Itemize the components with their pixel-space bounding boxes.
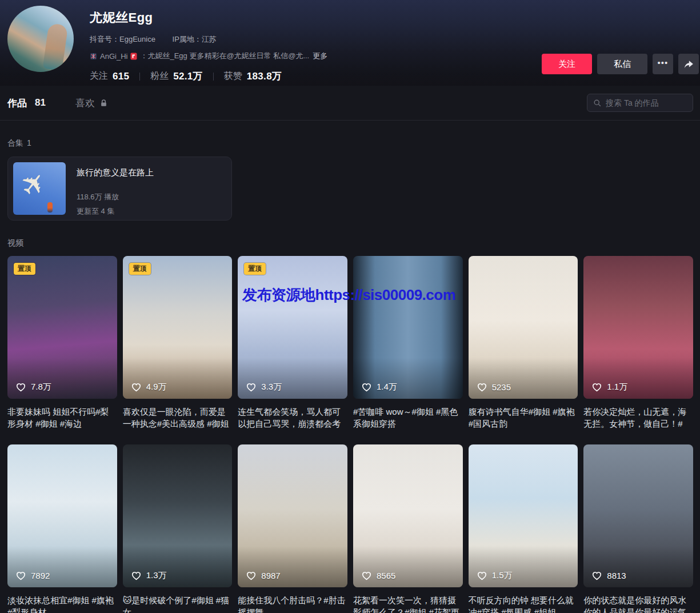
video-thumbnail[interactable]: 1.3万: [123, 444, 233, 587]
videos-section-label: 视频: [7, 238, 693, 249]
video-caption: 腹有诗书气自华#御姐 #旗袍 #国风古韵: [469, 406, 578, 430]
video-card[interactable]: 1.3万 🐱是时候破个例了#御姐 #猫女: [123, 444, 233, 613]
heart-icon: [15, 570, 26, 581]
heart-icon: [591, 382, 602, 392]
like-count-text: 7892: [31, 571, 50, 580]
video-card[interactable]: 1.5万 不听反方向的钟 想要什么就冲#穿搭 #氛围感 #姐姐: [469, 444, 578, 613]
like-count-text: 1.1万: [607, 382, 627, 392]
video-thumbnail[interactable]: 置顶 7.8万: [7, 256, 117, 399]
heart-icon: [15, 382, 26, 392]
like-count-text: 7.8万: [31, 382, 51, 392]
collection-section-label: 合集1: [7, 138, 693, 149]
tab-works-count: 81: [35, 97, 46, 109]
tab-likes-label: 喜欢: [75, 97, 95, 110]
bio-line: AnGi_Hi ：尤妮丝_Egg 更多精彩在@尤妮丝日常 私信@尤... 更多: [90, 51, 327, 61]
video-card[interactable]: 置顶 3.3万 连生气都会笑场，骂人都可以把自己骂哭，崩溃都会考虑...: [238, 256, 347, 430]
stat-followers-value: 52.1万: [173, 70, 203, 83]
stats-row: 关注 615 粉丝 52.1万 获赞 183.8万: [90, 70, 327, 83]
video-thumbnail[interactable]: 1.1万: [583, 256, 693, 399]
stat-divider: [139, 73, 140, 81]
video-card[interactable]: 8987 能接住我八个肘击吗？#肘击摇摆舞: [238, 444, 347, 613]
video-caption: 非要妹妹吗 姐姐不行吗#梨形身材 #御姐 #海边: [7, 406, 117, 430]
heart-icon: [246, 570, 257, 581]
video-thumbnail[interactable]: 8565: [353, 444, 463, 587]
video-card[interactable]: 置顶 7.8万 非要妹妹吗 姐姐不行吗#梨形身材 #御姐 #海边: [7, 256, 117, 430]
more-icon: •••: [658, 58, 669, 67]
video-thumbnail[interactable]: 7892: [7, 444, 117, 587]
video-card[interactable]: 8813 你的状态就是你最好的风水 你的人品就是你最好的运气#...: [583, 444, 693, 613]
video-thumbnail[interactable]: 1.5万: [469, 444, 578, 587]
heart-icon: [131, 570, 142, 581]
profile-meta: 抖音号：EggEunice IP属地：江苏: [90, 34, 327, 45]
follow-button[interactable]: 关注: [542, 54, 592, 74]
video-caption: 喜欢仅是一眼沦陷，而爱是一种执念#美出高级感 #御姐 #...: [123, 406, 233, 430]
tab-works[interactable]: 作品 81: [7, 97, 46, 110]
video-caption: #苦咖啡 wow～#御姐 #黑色系御姐穿搭: [353, 406, 463, 430]
video-card[interactable]: 5235 腹有诗书气自华#御姐 #旗袍 #国风古韵: [469, 256, 578, 430]
heart-icon: [361, 382, 372, 392]
like-count: 4.9万: [131, 382, 167, 392]
douyin-id: 抖音号：EggEunice: [90, 35, 155, 43]
search-box[interactable]: [587, 94, 693, 112]
avatar[interactable]: [7, 6, 74, 72]
video-card[interactable]: 1.1万 若你决定灿烂，山无遮，海无拦。女神节，做自己！#感...: [583, 256, 693, 430]
heart-icon: [131, 382, 142, 392]
content-tabs: 作品 81 喜欢: [0, 86, 700, 121]
like-count-text: 4.9万: [146, 382, 167, 392]
like-count-text: 8987: [261, 571, 280, 580]
bio-text: ：尤妮丝_Egg 更多精彩在@尤妮丝日常 私信@尤...: [140, 51, 309, 61]
video-thumbnail[interactable]: 8987: [238, 444, 347, 587]
like-count-text: 5235: [492, 382, 511, 392]
bio-more-link[interactable]: 更多: [313, 51, 327, 61]
share-button[interactable]: [678, 54, 699, 74]
video-caption: 你的状态就是你最好的风水 你的人品就是你最好的运气#...: [583, 594, 693, 613]
profile-info: 尤妮丝Egg 抖音号：EggEunice IP属地：江苏 AnGi_Hi ：尤妮…: [90, 9, 327, 83]
collection-info: 旅行的意义是在路上 118.6万 播放 更新至 4 集: [77, 162, 154, 215]
video-thumbnail[interactable]: 1.4万: [353, 256, 463, 399]
bio-app-icon-blue: [90, 53, 97, 60]
tab-works-label: 作品: [7, 97, 27, 110]
profile-page: 尤妮丝Egg 抖音号：EggEunice IP属地：江苏 AnGi_Hi ：尤妮…: [0, 0, 700, 613]
pinned-badge: 置顶: [129, 263, 151, 275]
message-button[interactable]: 私信: [597, 54, 647, 74]
collection-label-text: 合集: [7, 138, 23, 147]
heart-icon: [591, 570, 602, 581]
action-buttons: 关注 私信 •••: [542, 54, 699, 74]
video-card[interactable]: 1.4万 #苦咖啡 wow～#御姐 #黑色系御姐穿搭: [353, 256, 463, 430]
video-card[interactable]: 7892 淡妆浓抹总相宜#御姐 #旗袍 #梨形身材: [7, 444, 117, 613]
search-input[interactable]: [606, 98, 687, 107]
video-card[interactable]: 置顶 4.9万 喜欢仅是一眼沦陷，而爱是一种执念#美出高级感 #御姐 #...: [123, 256, 233, 430]
like-count-text: 8565: [377, 571, 395, 580]
watermark-overlay: 发布资源地https://sis00009.com: [242, 285, 455, 305]
video-thumbnail[interactable]: 置顶 3.3万: [238, 256, 347, 399]
video-thumbnail[interactable]: 8813: [583, 444, 693, 587]
collection-title: 旅行的意义是在路上: [77, 167, 154, 178]
heart-icon: [361, 570, 372, 581]
video-thumbnail[interactable]: 置顶 4.9万: [123, 256, 233, 399]
ip-location: IP属地：江苏: [173, 35, 217, 43]
collection-plays: 118.6万 播放: [77, 192, 154, 202]
bio-handle: AnGi_Hi: [100, 52, 127, 61]
video-thumbnail[interactable]: 5235: [469, 256, 578, 399]
like-count-text: 1.5万: [492, 570, 513, 581]
heart-icon: [246, 382, 257, 392]
stat-followers: 粉丝 52.1万: [150, 70, 203, 83]
stat-likes-value: 183.8万: [247, 70, 282, 83]
search-icon: [593, 99, 602, 107]
like-count-text: 8813: [607, 571, 626, 580]
like-count: 8987: [246, 570, 280, 581]
video-caption: 淡妆浓抹总相宜#御姐 #旗袍 #梨形身材: [7, 594, 117, 613]
collection-card[interactable]: ✈ 旅行的意义是在路上 118.6万 播放 更新至 4 集: [7, 157, 232, 221]
like-count: 8565: [361, 570, 395, 581]
tab-likes[interactable]: 喜欢: [75, 97, 108, 110]
like-count: 1.3万: [131, 570, 167, 581]
like-count: 1.1万: [591, 382, 627, 392]
like-count-text: 1.4万: [377, 382, 397, 392]
stat-likes: 获赞 183.8万: [224, 70, 282, 83]
pinned-badge: 置顶: [14, 263, 35, 275]
more-button[interactable]: •••: [653, 54, 673, 74]
stat-following-value: 615: [113, 71, 129, 82]
video-card[interactable]: 8565 花絮看一次笑一次，猜猜摄影师怎么了？#御姐 #花絮更精...: [353, 444, 463, 613]
stat-likes-label: 获赞: [224, 70, 242, 82]
bio-app-icon-red: [130, 53, 137, 60]
